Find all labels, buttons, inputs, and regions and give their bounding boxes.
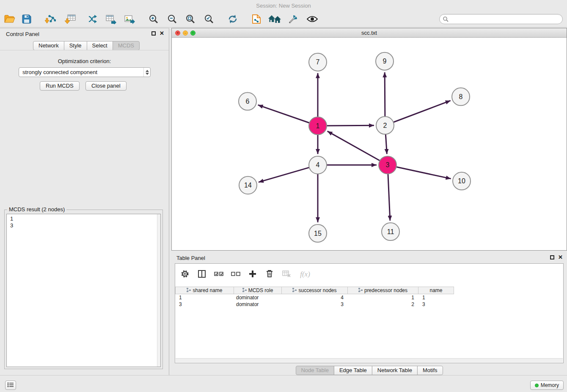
column-header-successor-nodes[interactable]: successor nodes — [282, 287, 348, 294]
add-column-button[interactable] — [248, 269, 257, 279]
zoom-out-button[interactable] — [165, 12, 180, 27]
result-scrollbar[interactable] — [157, 214, 160, 367]
table-horizontal-scrollbar[interactable] — [176, 358, 563, 362]
delete-table-button[interactable] — [282, 269, 291, 279]
gear-icon — [181, 270, 189, 279]
tab-node-table[interactable]: Node Table — [295, 366, 334, 375]
tab-edge-table[interactable]: Edge Table — [334, 366, 372, 375]
window-title: Session: New Session — [256, 3, 311, 9]
task-history-button[interactable] — [5, 381, 16, 390]
table-panel-header: Table Panel ✕ — [171, 252, 567, 264]
graph-edge-1-6[interactable] — [258, 105, 310, 123]
control-panel: Control Panel ✕ Network Style Select MCD… — [0, 28, 169, 375]
apply-style-button[interactable] — [286, 12, 301, 27]
network-graph[interactable]: 1234678910111415 — [172, 38, 567, 250]
graph-edge-2-9[interactable] — [385, 72, 385, 117]
graph-edge-4-14[interactable] — [259, 168, 309, 182]
apply-layout-button[interactable] — [225, 12, 240, 27]
graph-node-label: 8 — [459, 93, 463, 100]
import-table-button[interactable] — [63, 12, 78, 27]
hierarchy-icon — [187, 287, 191, 293]
graph-edge-3-10[interactable] — [396, 167, 451, 179]
eye-icon — [307, 15, 318, 24]
show-graphics-button[interactable] — [305, 12, 320, 27]
image-export-icon — [124, 14, 135, 25]
tab-motifs[interactable]: Motifs — [417, 366, 443, 375]
tab-style[interactable]: Style — [64, 41, 87, 50]
graph-edge-2-3[interactable] — [385, 134, 387, 154]
network-tools-button[interactable] — [85, 12, 100, 27]
zoom-in-icon — [149, 14, 159, 25]
graph-node-label: 3 — [386, 161, 390, 168]
graph-edge-1-2[interactable] — [327, 125, 374, 126]
memory-button[interactable]: Memory — [530, 381, 564, 390]
table-delete-icon — [282, 271, 291, 279]
column-header-shared-name[interactable]: shared name — [175, 287, 234, 294]
tab-mcds[interactable]: MCDS — [113, 41, 140, 50]
mcds-result-list[interactable]: 1 3 — [6, 214, 161, 367]
minimize-window-icon[interactable]: − — [183, 30, 188, 36]
plus-icon — [249, 270, 256, 279]
table-row[interactable]: 3 dominator 3 2 3 — [175, 301, 563, 308]
hierarchy-icon — [292, 287, 297, 293]
graph-node-label: 4 — [316, 161, 320, 168]
run-mcds-button[interactable]: Run MCDS — [40, 81, 80, 91]
tab-network-table[interactable]: Network Table — [372, 366, 418, 375]
graph-edge-3-1[interactable] — [328, 131, 380, 161]
status-bar: Memory — [0, 375, 567, 392]
graph-edge-2-8[interactable] — [394, 101, 451, 122]
import-network-button[interactable] — [43, 12, 58, 27]
graph-node-label: 2 — [383, 122, 387, 129]
float-table-panel-icon[interactable] — [550, 255, 554, 259]
table-row[interactable]: 1 dominator 4 1 1 — [175, 294, 563, 301]
cell-mcds-role: dominator — [234, 294, 282, 301]
search-input[interactable] — [451, 16, 559, 23]
zoom-in-button[interactable] — [146, 12, 161, 27]
first-neighbors-button[interactable] — [249, 12, 264, 27]
maximize-window-icon[interactable]: + — [190, 30, 195, 36]
zoom-selected-button[interactable] — [201, 12, 217, 27]
table-settings-button[interactable] — [180, 269, 190, 279]
memory-status-icon — [535, 384, 539, 387]
hierarchy-icon — [358, 287, 363, 293]
home-view-button[interactable] — [267, 12, 282, 27]
table-toolbar: f(x) — [175, 265, 311, 283]
cell-shared-name: 1 — [175, 294, 234, 301]
network-canvas[interactable]: 1234678910111415 — [172, 38, 567, 250]
network-window-titlebar[interactable]: ✕ − + scc.txt — [172, 28, 567, 38]
select-all-button[interactable] — [214, 269, 223, 279]
node-table-header: shared name MCDS role successor nodes pr… — [175, 287, 563, 294]
tab-select[interactable]: Select — [87, 41, 113, 50]
tab-network[interactable]: Network — [33, 41, 64, 50]
float-panel-icon[interactable] — [151, 31, 156, 36]
show-columns-button[interactable] — [197, 269, 206, 279]
function-builder-button[interactable]: f(x) — [299, 269, 311, 279]
close-window-icon[interactable]: ✕ — [175, 30, 180, 36]
delete-column-button[interactable] — [265, 269, 274, 279]
search-box[interactable] — [439, 14, 563, 24]
column-header-name[interactable]: name — [418, 287, 454, 294]
save-floppy-icon — [22, 14, 31, 25]
mcds-result-group: MCDS result (2 nodes) 1 3 — [4, 210, 163, 369]
cell-shared-name: 3 — [175, 301, 234, 308]
zoom-fit-button[interactable] — [183, 12, 198, 27]
close-table-panel-icon[interactable]: ✕ — [558, 254, 563, 260]
network-table-button[interactable] — [103, 12, 118, 27]
save-session-button[interactable] — [19, 12, 34, 27]
column-header-predecessor-nodes[interactable]: predecessor nodes — [348, 287, 418, 294]
main-toolbar — [0, 12, 567, 28]
window-controls: ✕ − + — [175, 30, 195, 36]
export-image-button[interactable] — [122, 12, 137, 27]
column-header-mcds-role[interactable]: MCDS role — [234, 287, 282, 294]
refresh-icon — [228, 14, 238, 25]
close-panel-icon[interactable]: ✕ — [160, 30, 164, 36]
open-file-button[interactable] — [2, 12, 17, 27]
close-panel-button[interactable]: Close panel — [85, 81, 127, 91]
double-home-icon — [268, 14, 281, 25]
table-panel-body: f(x) shared name MCDS role successor nod… — [175, 263, 564, 363]
column-label: successor nodes — [298, 287, 336, 293]
control-panel-title: Control Panel — [6, 31, 39, 37]
graph-edge-3-11[interactable] — [388, 174, 390, 221]
criterion-select[interactable]: strongly connected component — [19, 67, 151, 77]
deselect-all-button[interactable] — [231, 269, 240, 279]
